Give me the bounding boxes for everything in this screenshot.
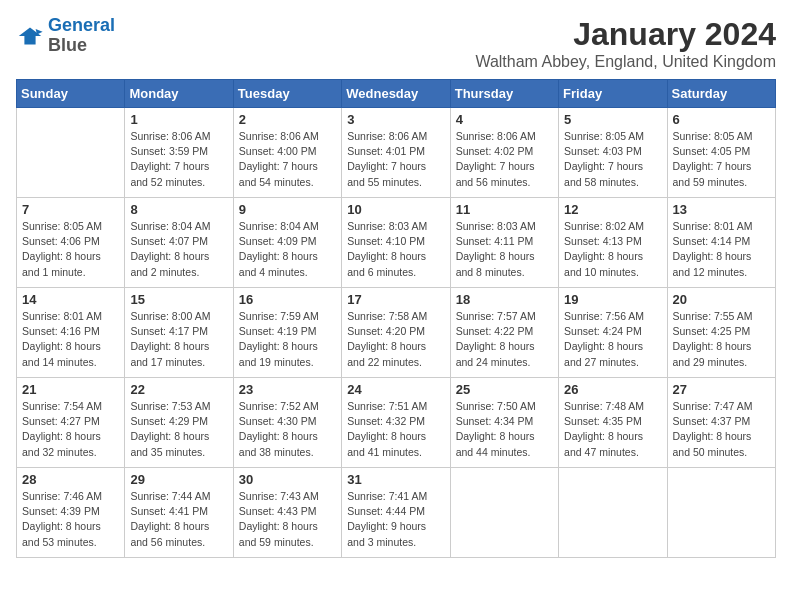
- day-info: Sunrise: 7:52 AMSunset: 4:30 PMDaylight:…: [239, 399, 336, 460]
- calendar-header-tuesday: Tuesday: [233, 80, 341, 108]
- day-info: Sunrise: 7:43 AMSunset: 4:43 PMDaylight:…: [239, 489, 336, 550]
- calendar-cell: 12Sunrise: 8:02 AMSunset: 4:13 PMDayligh…: [559, 198, 667, 288]
- day-number: 15: [130, 292, 227, 307]
- logo-text-blue: Blue: [48, 36, 115, 56]
- day-number: 4: [456, 112, 553, 127]
- calendar-cell: 7Sunrise: 8:05 AMSunset: 4:06 PMDaylight…: [17, 198, 125, 288]
- day-number: 1: [130, 112, 227, 127]
- day-info: Sunrise: 8:06 AMSunset: 4:00 PMDaylight:…: [239, 129, 336, 190]
- calendar-cell: 2Sunrise: 8:06 AMSunset: 4:00 PMDaylight…: [233, 108, 341, 198]
- day-info: Sunrise: 8:05 AMSunset: 4:05 PMDaylight:…: [673, 129, 770, 190]
- day-info: Sunrise: 7:50 AMSunset: 4:34 PMDaylight:…: [456, 399, 553, 460]
- calendar-cell: 31Sunrise: 7:41 AMSunset: 4:44 PMDayligh…: [342, 468, 450, 558]
- day-info: Sunrise: 8:06 AMSunset: 3:59 PMDaylight:…: [130, 129, 227, 190]
- logo: General Blue: [16, 16, 115, 56]
- day-number: 23: [239, 382, 336, 397]
- day-number: 3: [347, 112, 444, 127]
- day-info: Sunrise: 8:03 AMSunset: 4:11 PMDaylight:…: [456, 219, 553, 280]
- calendar-cell: 3Sunrise: 8:06 AMSunset: 4:01 PMDaylight…: [342, 108, 450, 198]
- subtitle: Waltham Abbey, England, United Kingdom: [475, 53, 776, 71]
- calendar-cell: [450, 468, 558, 558]
- day-number: 13: [673, 202, 770, 217]
- day-info: Sunrise: 7:53 AMSunset: 4:29 PMDaylight:…: [130, 399, 227, 460]
- calendar-cell: 8Sunrise: 8:04 AMSunset: 4:07 PMDaylight…: [125, 198, 233, 288]
- day-number: 10: [347, 202, 444, 217]
- calendar-cell: 27Sunrise: 7:47 AMSunset: 4:37 PMDayligh…: [667, 378, 775, 468]
- calendar-header-row: SundayMondayTuesdayWednesdayThursdayFrid…: [17, 80, 776, 108]
- calendar-cell: 22Sunrise: 7:53 AMSunset: 4:29 PMDayligh…: [125, 378, 233, 468]
- day-info: Sunrise: 7:57 AMSunset: 4:22 PMDaylight:…: [456, 309, 553, 370]
- calendar-cell: 13Sunrise: 8:01 AMSunset: 4:14 PMDayligh…: [667, 198, 775, 288]
- day-info: Sunrise: 7:48 AMSunset: 4:35 PMDaylight:…: [564, 399, 661, 460]
- calendar-cell: [667, 468, 775, 558]
- main-title: January 2024: [475, 16, 776, 53]
- day-number: 11: [456, 202, 553, 217]
- day-number: 22: [130, 382, 227, 397]
- calendar-week-5: 28Sunrise: 7:46 AMSunset: 4:39 PMDayligh…: [17, 468, 776, 558]
- day-info: Sunrise: 7:47 AMSunset: 4:37 PMDaylight:…: [673, 399, 770, 460]
- day-number: 6: [673, 112, 770, 127]
- day-info: Sunrise: 7:55 AMSunset: 4:25 PMDaylight:…: [673, 309, 770, 370]
- day-number: 14: [22, 292, 119, 307]
- title-block: January 2024 Waltham Abbey, England, Uni…: [475, 16, 776, 71]
- day-number: 24: [347, 382, 444, 397]
- day-info: Sunrise: 7:58 AMSunset: 4:20 PMDaylight:…: [347, 309, 444, 370]
- day-info: Sunrise: 8:01 AMSunset: 4:14 PMDaylight:…: [673, 219, 770, 280]
- calendar-cell: 15Sunrise: 8:00 AMSunset: 4:17 PMDayligh…: [125, 288, 233, 378]
- day-info: Sunrise: 7:41 AMSunset: 4:44 PMDaylight:…: [347, 489, 444, 550]
- calendar-header-thursday: Thursday: [450, 80, 558, 108]
- calendar-week-3: 14Sunrise: 8:01 AMSunset: 4:16 PMDayligh…: [17, 288, 776, 378]
- day-info: Sunrise: 8:01 AMSunset: 4:16 PMDaylight:…: [22, 309, 119, 370]
- calendar-cell: 19Sunrise: 7:56 AMSunset: 4:24 PMDayligh…: [559, 288, 667, 378]
- calendar-cell: 17Sunrise: 7:58 AMSunset: 4:20 PMDayligh…: [342, 288, 450, 378]
- day-info: Sunrise: 8:06 AMSunset: 4:01 PMDaylight:…: [347, 129, 444, 190]
- calendar-cell: 1Sunrise: 8:06 AMSunset: 3:59 PMDaylight…: [125, 108, 233, 198]
- day-number: 29: [130, 472, 227, 487]
- calendar-cell: 6Sunrise: 8:05 AMSunset: 4:05 PMDaylight…: [667, 108, 775, 198]
- calendar-cell: 25Sunrise: 7:50 AMSunset: 4:34 PMDayligh…: [450, 378, 558, 468]
- day-number: 12: [564, 202, 661, 217]
- day-number: 8: [130, 202, 227, 217]
- calendar-week-1: 1Sunrise: 8:06 AMSunset: 3:59 PMDaylight…: [17, 108, 776, 198]
- day-number: 20: [673, 292, 770, 307]
- calendar-cell: 29Sunrise: 7:44 AMSunset: 4:41 PMDayligh…: [125, 468, 233, 558]
- day-number: 25: [456, 382, 553, 397]
- calendar-cell: 18Sunrise: 7:57 AMSunset: 4:22 PMDayligh…: [450, 288, 558, 378]
- calendar-cell: 14Sunrise: 8:01 AMSunset: 4:16 PMDayligh…: [17, 288, 125, 378]
- calendar-cell: 26Sunrise: 7:48 AMSunset: 4:35 PMDayligh…: [559, 378, 667, 468]
- day-info: Sunrise: 8:02 AMSunset: 4:13 PMDaylight:…: [564, 219, 661, 280]
- day-info: Sunrise: 7:56 AMSunset: 4:24 PMDaylight:…: [564, 309, 661, 370]
- day-info: Sunrise: 8:03 AMSunset: 4:10 PMDaylight:…: [347, 219, 444, 280]
- calendar-cell: 9Sunrise: 8:04 AMSunset: 4:09 PMDaylight…: [233, 198, 341, 288]
- day-number: 7: [22, 202, 119, 217]
- page-header: General Blue January 2024 Waltham Abbey,…: [16, 16, 776, 71]
- day-number: 18: [456, 292, 553, 307]
- calendar-week-4: 21Sunrise: 7:54 AMSunset: 4:27 PMDayligh…: [17, 378, 776, 468]
- day-number: 19: [564, 292, 661, 307]
- day-number: 26: [564, 382, 661, 397]
- day-info: Sunrise: 8:04 AMSunset: 4:07 PMDaylight:…: [130, 219, 227, 280]
- calendar-cell: [17, 108, 125, 198]
- calendar-cell: 10Sunrise: 8:03 AMSunset: 4:10 PMDayligh…: [342, 198, 450, 288]
- calendar-cell: 16Sunrise: 7:59 AMSunset: 4:19 PMDayligh…: [233, 288, 341, 378]
- day-info: Sunrise: 7:51 AMSunset: 4:32 PMDaylight:…: [347, 399, 444, 460]
- calendar-cell: 20Sunrise: 7:55 AMSunset: 4:25 PMDayligh…: [667, 288, 775, 378]
- day-info: Sunrise: 7:54 AMSunset: 4:27 PMDaylight:…: [22, 399, 119, 460]
- day-info: Sunrise: 7:46 AMSunset: 4:39 PMDaylight:…: [22, 489, 119, 550]
- day-number: 21: [22, 382, 119, 397]
- day-info: Sunrise: 8:05 AMSunset: 4:06 PMDaylight:…: [22, 219, 119, 280]
- day-info: Sunrise: 8:05 AMSunset: 4:03 PMDaylight:…: [564, 129, 661, 190]
- day-info: Sunrise: 7:44 AMSunset: 4:41 PMDaylight:…: [130, 489, 227, 550]
- day-number: 17: [347, 292, 444, 307]
- day-number: 28: [22, 472, 119, 487]
- calendar-cell: 24Sunrise: 7:51 AMSunset: 4:32 PMDayligh…: [342, 378, 450, 468]
- calendar-cell: 4Sunrise: 8:06 AMSunset: 4:02 PMDaylight…: [450, 108, 558, 198]
- day-info: Sunrise: 8:04 AMSunset: 4:09 PMDaylight:…: [239, 219, 336, 280]
- calendar-cell: 23Sunrise: 7:52 AMSunset: 4:30 PMDayligh…: [233, 378, 341, 468]
- calendar-week-2: 7Sunrise: 8:05 AMSunset: 4:06 PMDaylight…: [17, 198, 776, 288]
- day-number: 31: [347, 472, 444, 487]
- calendar-header-friday: Friday: [559, 80, 667, 108]
- logo-text-general: General: [48, 16, 115, 36]
- calendar-cell: 30Sunrise: 7:43 AMSunset: 4:43 PMDayligh…: [233, 468, 341, 558]
- calendar-header-monday: Monday: [125, 80, 233, 108]
